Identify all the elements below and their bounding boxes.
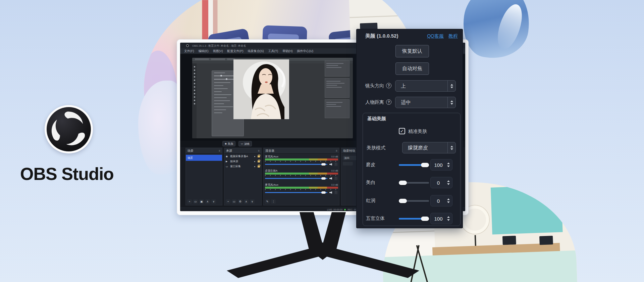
source-properties-button[interactable]: ⚙ <box>238 199 243 204</box>
menu-file[interactable]: 文件(F) <box>184 49 194 53</box>
slider-thumb[interactable] <box>399 199 407 203</box>
speaker-icon[interactable] <box>329 191 332 194</box>
speaker-icon[interactable] <box>329 163 332 166</box>
chevron-down-icon[interactable] <box>450 148 453 150</box>
smoothing-value-spinbox[interactable]: 100 <box>430 159 452 171</box>
menu-view[interactable]: 视图(V) <box>213 49 223 53</box>
help-icon[interactable]: ? <box>386 99 391 105</box>
mixer-options-button[interactable]: ⋮ <box>271 199 276 204</box>
meter-ticks <box>265 175 338 176</box>
beauty-plugin-panel: 美颜 (1.0.0.52) QQ客服 教程 恢复默认 自动对焦 镜头方向 ? 上… <box>356 29 463 228</box>
chevron-up-icon[interactable] <box>447 162 450 164</box>
remove-scene-button[interactable]: ▭ <box>193 199 198 204</box>
dock-menu-icon[interactable]: ≡ <box>258 149 260 152</box>
duplicate-scene-button[interactable]: ▣ <box>199 199 204 204</box>
channel-options-button[interactable]: ⋮ <box>334 162 338 166</box>
volume-slider[interactable] <box>265 178 327 179</box>
volume-slider-thumb[interactable] <box>321 163 326 166</box>
meter-ticks <box>265 189 338 190</box>
camera-direction-select[interactable]: 上 <box>395 80 456 92</box>
menu-help[interactable]: 帮助(H) <box>282 49 293 53</box>
scene-down-button[interactable]: ∨ <box>211 199 216 204</box>
add-scene-button[interactable]: + <box>187 199 192 204</box>
panel-title: 美颜 (1.0.0.52) <box>365 33 398 39</box>
remove-source-button[interactable]: ▭ <box>232 199 236 204</box>
slider-thumb[interactable] <box>421 163 429 167</box>
mixer-channel: 桌面音频A0.0 dB ⋮ <box>265 169 338 180</box>
slider-thumb[interactable] <box>399 181 407 185</box>
spinner-arrows[interactable] <box>447 97 455 108</box>
speaker-icon[interactable] <box>329 177 332 180</box>
whitening-value-spinbox[interactable]: 0 <box>430 177 452 188</box>
volume-slider-thumb[interactable] <box>321 191 326 194</box>
visibility-icon[interactable]: ● <box>254 166 255 168</box>
chevron-down-icon[interactable] <box>447 201 450 203</box>
preview-beauty-label: 美颜 <box>228 142 233 146</box>
volume-slider[interactable] <box>265 192 327 193</box>
menu-scene-collection[interactable]: 场景集合(S) <box>248 49 264 53</box>
facial-depth-slider[interactable] <box>399 218 429 220</box>
obs-window-icon <box>186 44 189 47</box>
whitening-slider[interactable] <box>399 182 429 184</box>
channel-options-button[interactable]: ⋮ <box>334 177 338 180</box>
scene-item[interactable]: 场景 <box>186 155 222 161</box>
rosy-value-spinbox[interactable]: 0 <box>430 195 452 206</box>
menu-edit[interactable]: 编辑(E) <box>199 49 209 53</box>
help-icon[interactable]: ? <box>386 83 391 88</box>
preview-beauty-button[interactable]: ◉ 美颜 <box>222 141 235 146</box>
chevron-down-icon[interactable] <box>450 87 453 88</box>
add-source-button[interactable]: + <box>226 199 230 204</box>
menu-plugin-center[interactable]: 插件中心(U) <box>297 49 314 53</box>
rosy-slider[interactable] <box>399 200 429 202</box>
source-down-button[interactable]: ∨ <box>250 199 255 204</box>
smoothing-slider[interactable] <box>399 164 429 166</box>
person-distance-select[interactable]: 适中 <box>395 97 456 108</box>
laptop <box>502 236 516 245</box>
sources-toolbar: + ▭ ⚙ ∧ ∨ <box>226 199 255 204</box>
spinner-arrows[interactable] <box>447 81 455 91</box>
menu-tools[interactable]: 工具(T) <box>268 49 278 53</box>
chevron-down-icon[interactable] <box>450 103 453 105</box>
precise-skin-checkbox[interactable]: ✓ <box>399 128 405 134</box>
autofocus-button[interactable]: 自动对焦 <box>395 62 429 75</box>
facial-depth-value-spinbox[interactable]: 100 <box>430 213 452 224</box>
camera-direction-label: 镜头方向 <box>365 83 384 89</box>
source-row[interactable]: ◉ 视频采集设备A ● <box>224 154 261 159</box>
ps-toolstrip <box>192 63 197 138</box>
channel-options-button[interactable]: ⋮ <box>334 191 338 194</box>
scene-up-button[interactable]: ∧ <box>205 199 210 204</box>
chevron-up-icon[interactable] <box>450 84 453 86</box>
obs-logo <box>45 105 93 153</box>
preview-filter-button[interactable]: ▭ 滤镜 <box>238 141 252 146</box>
tutorial-link[interactable]: 教程 <box>448 33 458 39</box>
dock-menu-icon[interactable]: ≡ <box>336 149 337 152</box>
chevron-down-icon[interactable] <box>447 183 450 185</box>
volume-slider[interactable] <box>265 164 327 165</box>
source-up-button[interactable]: ∧ <box>244 199 249 204</box>
chevron-up-icon[interactable] <box>450 146 453 147</box>
chevron-down-icon[interactable] <box>447 219 450 221</box>
spinner-arrows[interactable] <box>447 142 455 153</box>
skin-mode-select[interactable]: 朦胧磨皮 <box>402 142 456 153</box>
slider-thumb[interactable] <box>421 217 429 221</box>
chevron-up-icon[interactable] <box>447 198 450 200</box>
obs-window-title: OBS 25.1.3 - 配置文件: 未命名 - 场景: 未命名 <box>192 44 246 48</box>
volume-slider-thumb[interactable] <box>321 177 326 180</box>
lock-icon[interactable] <box>258 160 260 162</box>
chevron-up-icon[interactable] <box>450 100 453 102</box>
source-row[interactable]: ▶ 媒体源 ● <box>224 159 261 164</box>
visibility-icon[interactable]: ● <box>254 155 255 157</box>
dock-menu-icon[interactable]: ≡ <box>219 149 220 152</box>
chevron-up-icon[interactable] <box>447 216 450 218</box>
mixer-edit-button[interactable]: ✎ <box>265 199 270 204</box>
restore-defaults-button[interactable]: 恢复默认 <box>395 45 429 57</box>
source-row[interactable]: ▭ 窗口采集 ● <box>224 164 261 169</box>
visibility-icon[interactable]: ● <box>254 160 255 162</box>
chevron-up-icon[interactable] <box>447 180 450 182</box>
chevron-down-icon[interactable] <box>447 166 450 167</box>
qq-support-link[interactable]: QQ客服 <box>427 33 444 39</box>
menu-profile[interactable]: 配置文件(P) <box>227 49 244 53</box>
transition-control[interactable] <box>343 162 353 166</box>
lock-icon[interactable] <box>258 166 260 168</box>
lock-icon[interactable] <box>258 155 260 157</box>
